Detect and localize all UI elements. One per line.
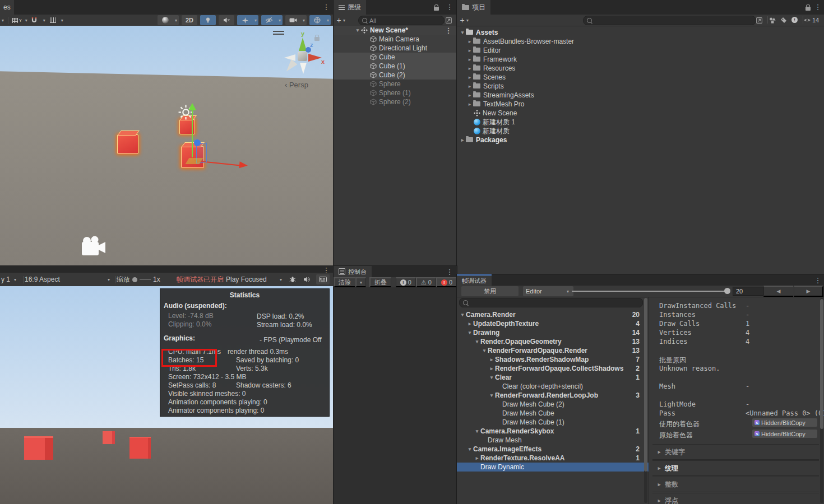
- scene-lighting-button[interactable]: [200, 15, 216, 25]
- axis-z-cone[interactable]: [305, 47, 311, 53]
- scene-menu-icon[interactable]: [322, 3, 330, 11]
- shader-orig-button[interactable]: Hidden/BlitCopy: [752, 430, 817, 438]
- hierarchy-row-selected[interactable]: Cube (1): [334, 62, 457, 71]
- chevron-down-icon[interactable]: [253, 18, 258, 23]
- foldout-closed-icon[interactable]: [466, 48, 473, 53]
- chevron-down-icon[interactable]: [465, 18, 470, 23]
- clear-options-button[interactable]: [355, 277, 366, 287]
- details-scrollbar-thumb[interactable]: [820, 299, 823, 429]
- perspective-toggle[interactable]: ‹ Persp: [285, 81, 308, 89]
- foldout-closed-icon[interactable]: [459, 137, 466, 143]
- event-search-input[interactable]: [459, 298, 643, 307]
- shader-used-button[interactable]: Hidden/BlitCopy: [752, 418, 817, 427]
- move-gizmo-y-axis[interactable]: [192, 110, 193, 157]
- chevron-down-icon[interactable]: [41, 18, 47, 23]
- axis-x-cone[interactable]: [308, 54, 322, 62]
- tab-project[interactable]: 项目: [457, 0, 490, 15]
- shading-mode-button[interactable]: [158, 15, 179, 25]
- foldout-closed-icon[interactable]: [466, 66, 473, 71]
- project-menu-icon[interactable]: [814, 3, 822, 11]
- scene-audio-button[interactable]: [219, 15, 234, 25]
- hierarchy-row-disabled[interactable]: Sphere (1): [334, 88, 457, 97]
- collapse-button[interactable]: 折叠: [369, 277, 391, 287]
- hierarchy-row-disabled[interactable]: Sphere: [334, 80, 457, 88]
- aspect-ratio-dropdown[interactable]: 16:9 Aspect: [25, 273, 112, 286]
- chevron-down-icon[interactable]: [301, 18, 307, 23]
- hierarchy-row-selected[interactable]: Cube (2): [334, 71, 457, 80]
- section-floats[interactable]: 浮点: [652, 493, 819, 504]
- tree-scrollbar-thumb[interactable]: [644, 298, 647, 472]
- prev-event-button[interactable]: ◀: [763, 286, 793, 297]
- scene-orientation-gizmo[interactable]: y z x: [283, 31, 331, 76]
- project-row-scene-asset[interactable]: New Scene: [457, 109, 824, 118]
- foldout-open-icon[interactable]: [488, 393, 495, 398]
- event-row[interactable]: Shadows.RenderShadowMap7: [457, 355, 649, 364]
- console-menu-icon[interactable]: [446, 268, 453, 276]
- error-filter-button[interactable]: 0: [436, 277, 457, 287]
- chevron-down-icon[interactable]: [325, 18, 331, 23]
- scene-cube[interactable]: [117, 134, 138, 154]
- event-slider-handle[interactable]: [724, 288, 730, 294]
- hierarchy-row[interactable]: Main Camera: [334, 35, 457, 44]
- scene-camera-settings-button[interactable]: [285, 15, 307, 25]
- axis-neg-y-cone[interactable]: [300, 63, 307, 74]
- project-row[interactable]: Framework: [457, 55, 824, 64]
- warning-filter-button[interactable]: 0: [416, 277, 436, 287]
- event-row[interactable]: Drawing14: [457, 328, 649, 337]
- foldout-open-icon[interactable]: [488, 375, 495, 380]
- event-number-input[interactable]: 20: [733, 287, 763, 296]
- details-scrollbar[interactable]: [820, 298, 823, 503]
- event-row[interactable]: Clear (color+depth+stencil): [457, 382, 649, 391]
- move-gizmo-x-arrow[interactable]: [239, 161, 248, 169]
- stats-toggle-button[interactable]: [316, 274, 330, 284]
- move-gizmo-z-handle[interactable]: [194, 139, 201, 146]
- clear-button[interactable]: 清除: [334, 277, 355, 287]
- tab-scene[interactable]: es: [0, 0, 14, 15]
- gizmo-center-cube[interactable]: [298, 52, 307, 61]
- event-row-selected[interactable]: Draw Dynamic: [457, 463, 649, 472]
- hierarchy-row-selected[interactable]: Cube: [334, 53, 457, 62]
- foldout-closed-icon[interactable]: [466, 92, 473, 98]
- foldout-closed-icon[interactable]: [466, 101, 473, 107]
- event-row[interactable]: Draw Mesh Cube (1): [457, 418, 649, 427]
- event-row[interactable]: UpdateDepthTexture4: [457, 319, 649, 328]
- foldout-closed-icon[interactable]: [466, 39, 473, 44]
- debug-bug-icon[interactable]: [289, 276, 296, 283]
- hidden-objects-button[interactable]: [261, 15, 283, 25]
- add-object-button[interactable]: +: [334, 15, 341, 25]
- overlay-handle-icon[interactable]: [273, 31, 284, 35]
- tab-console[interactable]: 控制台: [334, 266, 372, 277]
- hidden-count-eye-icon[interactable]: [803, 17, 811, 23]
- zoom-slider-track[interactable]: [140, 279, 151, 280]
- chevron-down-icon[interactable]: [0, 18, 6, 23]
- foldout-closed-icon[interactable]: [466, 74, 473, 80]
- project-row[interactable]: StreamingAssets: [457, 91, 824, 100]
- foldout-open-icon[interactable]: [474, 339, 480, 344]
- pick-window-icon[interactable]: [756, 17, 763, 24]
- camera-gizmo-icon[interactable]: [77, 235, 109, 259]
- project-row[interactable]: TextMesh Pro: [457, 100, 824, 109]
- event-row[interactable]: RenderForwardOpaque.CollectShadows2: [457, 364, 649, 373]
- foldout-open-icon[interactable]: [481, 348, 488, 353]
- project-row-assets[interactable]: Assets: [457, 28, 824, 37]
- target-dropdown[interactable]: Editor: [523, 286, 573, 296]
- project-row[interactable]: Scenes: [457, 73, 824, 82]
- hierarchy-row[interactable]: Directional Light: [334, 44, 457, 53]
- project-row-material[interactable]: 新建材质: [457, 127, 824, 136]
- pick-window-icon[interactable]: [445, 17, 452, 24]
- grid-visibility-button[interactable]: Y: [11, 15, 24, 25]
- foldout-closed-icon[interactable]: [474, 455, 480, 461]
- event-row[interactable]: Camera.RenderSkybox1: [457, 427, 649, 436]
- event-row[interactable]: RenderForward.RenderLoopJob3: [457, 391, 649, 400]
- foldout-open-icon[interactable]: [466, 330, 473, 335]
- event-row[interactable]: RenderForwardOpaque.Render13: [457, 346, 649, 355]
- unlock-icon[interactable]: [806, 7, 811, 11]
- display-dropdown[interactable]: y 1: [1, 273, 18, 286]
- chevron-down-icon[interactable]: [173, 18, 179, 23]
- divider[interactable]: [649, 297, 649, 504]
- hierarchy-search-input[interactable]: All: [358, 16, 445, 25]
- event-slider-track[interactable]: [572, 291, 729, 292]
- event-row[interactable]: Draw Mesh Cube (2): [457, 400, 649, 409]
- foldout-closed-icon[interactable]: [488, 357, 495, 362]
- hierarchy-row-scene[interactable]: New Scene*: [334, 26, 457, 35]
